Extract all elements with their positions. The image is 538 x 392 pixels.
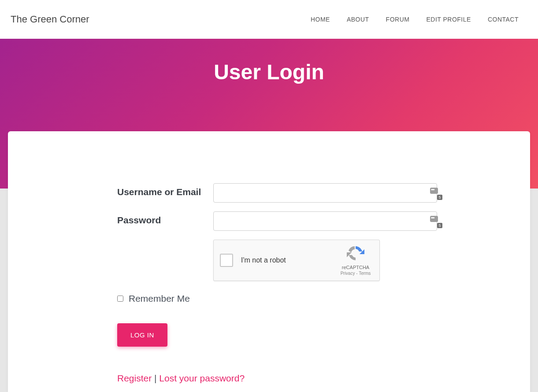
password-label: Password bbox=[117, 211, 213, 226]
nav-about[interactable]: ABOUT bbox=[347, 16, 369, 23]
register-link[interactable]: Register bbox=[117, 373, 152, 383]
recaptcha-checkbox[interactable] bbox=[220, 254, 233, 267]
password-manager-icon[interactable]: 5 bbox=[430, 188, 440, 196]
main-nav: HOME ABOUT FORUM EDIT PROFILE CONTACT bbox=[311, 16, 527, 23]
remember-checkbox[interactable] bbox=[117, 296, 123, 302]
recaptcha-privacy-link[interactable]: Privacy bbox=[341, 271, 355, 276]
page-title: User Login bbox=[0, 39, 538, 84]
top-navbar: The Green Corner HOME ABOUT FORUM EDIT P… bbox=[0, 0, 538, 39]
site-brand[interactable]: The Green Corner bbox=[11, 14, 89, 25]
captcha-row: I'm not a robot reCAPTCHA Privacy - Term… bbox=[213, 240, 437, 281]
nav-contact[interactable]: CONTACT bbox=[488, 16, 519, 23]
links-separator: | bbox=[152, 373, 159, 383]
lost-password-link[interactable]: Lost your password? bbox=[159, 373, 245, 383]
auth-links: Register | Lost your password? bbox=[117, 373, 437, 384]
remember-row: Remember Me bbox=[117, 293, 437, 304]
recaptcha-branding: reCAPTCHA Privacy - Terms bbox=[338, 244, 373, 276]
recaptcha-terms-link[interactable]: Terms bbox=[359, 271, 371, 276]
nav-forum[interactable]: FORUM bbox=[386, 16, 410, 23]
password-input[interactable] bbox=[213, 211, 437, 231]
recaptcha-widget: I'm not a robot reCAPTCHA Privacy - Term… bbox=[213, 240, 380, 281]
password-manager-count: 5 bbox=[437, 223, 442, 228]
password-manager-icon[interactable]: 5 bbox=[430, 216, 440, 225]
username-label: Username or Email bbox=[117, 183, 213, 197]
recaptcha-label: I'm not a robot bbox=[241, 256, 286, 264]
username-row: Username or Email 5 bbox=[117, 183, 437, 203]
remember-label[interactable]: Remember Me bbox=[129, 293, 190, 304]
password-manager-count: 5 bbox=[437, 195, 442, 200]
username-input[interactable] bbox=[213, 183, 437, 203]
login-form: Username or Email 5 Password 5 bbox=[117, 183, 437, 384]
recaptcha-terms: Privacy - Terms bbox=[338, 271, 373, 276]
nav-home[interactable]: HOME bbox=[311, 16, 330, 23]
login-button[interactable]: LOG IN bbox=[117, 323, 167, 347]
nav-edit-profile[interactable]: EDIT PROFILE bbox=[426, 16, 471, 23]
recaptcha-brand-text: reCAPTCHA bbox=[338, 265, 373, 270]
recaptcha-icon bbox=[346, 244, 365, 262]
password-row: Password 5 bbox=[117, 211, 437, 231]
login-card: Username or Email 5 Password 5 bbox=[8, 131, 530, 392]
